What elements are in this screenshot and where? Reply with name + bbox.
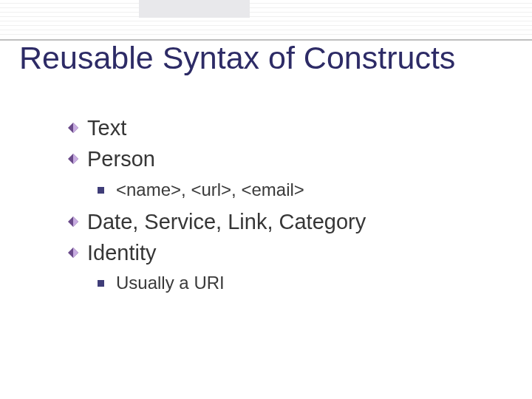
bullet-label: Text: [87, 115, 126, 141]
bullet-label: Usually a URI: [116, 272, 225, 294]
diamond-bullet-icon: [68, 248, 78, 258]
svg-marker-3: [73, 154, 78, 164]
svg-marker-7: [73, 248, 78, 258]
bullet-text: Text: [68, 115, 511, 141]
subbullet-name-url-email: <name>, <url>, <email>: [98, 179, 511, 201]
diamond-bullet-icon: [68, 154, 78, 164]
bullet-date-service-link-category: Date, Service, Link, Category: [68, 208, 511, 235]
subbullet-usually-uri: Usually a URI: [98, 272, 511, 294]
bullet-label: Person: [87, 146, 155, 172]
svg-marker-1: [73, 123, 78, 133]
bullet-person: Person: [68, 146, 511, 172]
slide-body: Text Person <name>, <url>, <email>: [68, 115, 511, 301]
svg-marker-5: [73, 216, 78, 227]
bullet-label: <name>, <url>, <email>: [116, 179, 304, 201]
slide-title: Reusable Syntax of Constructs: [19, 40, 455, 76]
bullet-label: Identity: [87, 239, 157, 266]
square-bullet-icon: [98, 280, 104, 287]
diamond-bullet-icon: [68, 216, 78, 227]
bullet-identity: Identity: [68, 239, 511, 266]
diamond-bullet-icon: [68, 123, 78, 133]
slide: Reusable Syntax of Constructs Text Perso…: [0, 0, 532, 399]
square-bullet-icon: [98, 187, 104, 194]
bullet-label: Date, Service, Link, Category: [87, 208, 366, 235]
header-tab-decoration: [139, 0, 250, 18]
header-ruled-area: [0, 0, 532, 44]
